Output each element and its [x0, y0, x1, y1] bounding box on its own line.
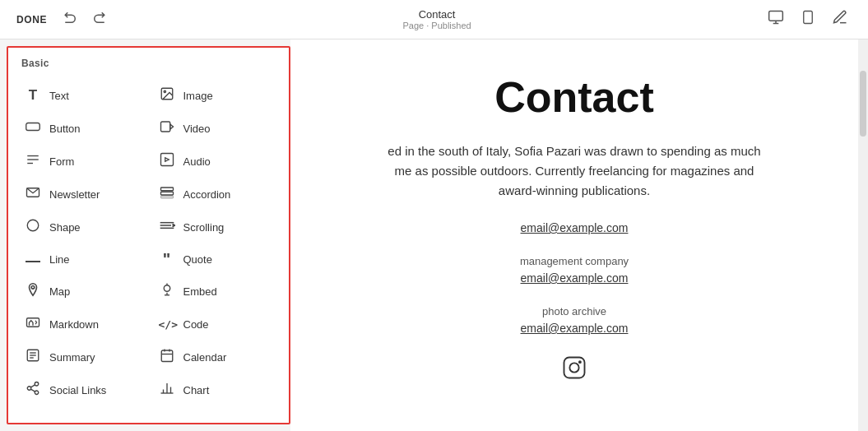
svg-rect-15 [160, 188, 173, 191]
svg-rect-13 [160, 154, 173, 166]
svg-point-6 [164, 90, 165, 92]
item-scrolling-label: Scrolling [183, 221, 225, 234]
quote-icon: " [159, 251, 175, 267]
item-chart[interactable]: Chart [149, 373, 283, 406]
item-markdown-label: Markdown [49, 318, 99, 331]
item-video[interactable]: Video [149, 112, 283, 145]
item-calendar[interactable]: Calendar [149, 341, 283, 373]
item-summary-label: Summary [49, 351, 95, 364]
mobile-view-button[interactable] [797, 6, 819, 33]
item-button[interactable]: Button [15, 112, 149, 145]
undo-icon [63, 11, 78, 25]
item-accordion[interactable]: Accordion [149, 178, 283, 211]
item-chart-label: Chart [183, 384, 210, 396]
management-label: management company [340, 255, 809, 267]
summary-icon [25, 348, 41, 366]
svg-line-39 [30, 389, 35, 392]
email-link-0[interactable]: email@example.com [521, 221, 629, 234]
edit-button[interactable] [829, 6, 852, 33]
svg-point-38 [35, 391, 39, 395]
item-code[interactable]: </> Code [149, 308, 283, 341]
svg-rect-0 [769, 12, 783, 21]
svg-rect-8 [160, 122, 169, 132]
svg-point-24 [164, 285, 170, 292]
item-image[interactable]: Image [149, 79, 283, 112]
svg-marker-9 [169, 124, 173, 129]
right-scrollbar[interactable] [858, 39, 868, 431]
topbar-right [764, 6, 852, 33]
contact-section-1: management company email@example.com [340, 255, 809, 285]
redo-button[interactable] [88, 7, 109, 32]
instagram-icon [562, 355, 587, 380]
svg-point-36 [35, 382, 39, 387]
svg-rect-45 [564, 358, 585, 378]
button-icon [25, 121, 41, 136]
items-grid: T Text Image Button [15, 79, 282, 406]
item-summary[interactable]: Summary [15, 341, 149, 373]
item-markdown[interactable]: Markdown [15, 308, 149, 341]
svg-rect-16 [160, 192, 173, 195]
svg-point-46 [569, 363, 578, 372]
svg-rect-7 [26, 123, 40, 131]
calendar-icon [159, 348, 175, 366]
item-line[interactable]: Line [15, 243, 149, 275]
shape-icon [25, 218, 41, 236]
item-audio[interactable]: Audio [149, 145, 283, 178]
markdown-icon [25, 315, 41, 333]
undo-button[interactable] [60, 7, 81, 32]
item-button-label: Button [49, 123, 81, 135]
svg-rect-17 [160, 197, 173, 198]
item-scrolling[interactable]: Scrolling [149, 211, 283, 243]
topbar: DONE Contact Page · Published [0, 0, 868, 39]
page-title: Contact [340, 72, 809, 122]
item-quote-label: Quote [183, 253, 212, 266]
redo-icon [91, 11, 106, 25]
item-map[interactable]: Map [15, 275, 149, 308]
topbar-left: DONE [16, 7, 109, 32]
right-scrollbar-thumb [860, 71, 866, 137]
mobile-icon [801, 9, 815, 25]
elements-panel: Basic T Text Image [7, 46, 290, 424]
email-link-1[interactable]: email@example.com [521, 271, 629, 285]
item-quote[interactable]: " Quote [149, 243, 283, 275]
video-icon [159, 119, 175, 137]
contact-section-0: email@example.com [340, 220, 809, 235]
item-embed[interactable]: Embed [149, 275, 283, 308]
item-calendar-label: Calendar [183, 351, 227, 364]
social-instagram[interactable] [340, 355, 809, 386]
done-button[interactable]: DONE [16, 14, 47, 25]
main-area: Basic T Text Image [0, 39, 868, 431]
item-social-links[interactable]: Social Links [15, 373, 149, 406]
chart-icon [159, 381, 175, 399]
scrolling-icon [159, 219, 175, 235]
audio-icon [159, 152, 175, 170]
item-text-label: Text [49, 90, 69, 102]
item-form[interactable]: Form [15, 145, 149, 178]
topbar-center: Contact Page · Published [402, 8, 471, 30]
item-newsletter[interactable]: Newsletter [15, 178, 149, 211]
svg-rect-3 [804, 12, 813, 24]
item-form-label: Form [49, 155, 74, 168]
item-code-label: Code [183, 318, 209, 331]
item-text[interactable]: T Text [15, 79, 149, 112]
email-link-2[interactable]: email@example.com [521, 322, 629, 335]
item-accordion-label: Accordion [183, 188, 231, 201]
embed-icon [159, 282, 175, 300]
accordion-icon [159, 185, 175, 203]
archive-label: photo archive [340, 305, 809, 317]
page-status: Page · Published [402, 21, 471, 30]
item-video-label: Video [183, 123, 211, 135]
svg-line-40 [30, 385, 35, 387]
page-name: Contact [402, 8, 471, 21]
item-shape[interactable]: Shape [15, 211, 149, 243]
social-links-icon [25, 381, 41, 399]
map-icon [25, 282, 41, 300]
text-icon: T [25, 87, 41, 104]
pencil-icon [832, 9, 848, 25]
image-icon [159, 86, 175, 104]
svg-rect-32 [161, 350, 173, 362]
svg-point-37 [27, 387, 31, 391]
desktop-view-button[interactable] [764, 6, 787, 33]
desktop-icon [768, 9, 784, 25]
svg-point-23 [31, 286, 35, 290]
